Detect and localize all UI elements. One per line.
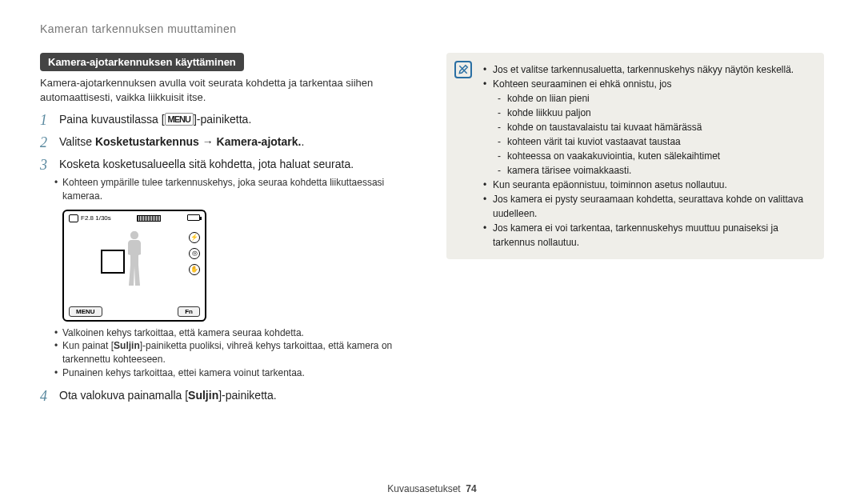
step-number: 2 — [40, 134, 51, 150]
histogram-icon — [137, 215, 161, 222]
step-number: 3 — [40, 157, 51, 173]
step-4: 4 Ota valokuva painamalla [Suljin]-paini… — [40, 388, 418, 404]
list-item: Kohteen ympärille tulee tarkennuskehys, … — [62, 176, 418, 203]
page-header: Kameran tarkennuksen muuttaminen — [40, 22, 824, 35]
list-item: Jos kamera ei pysty seuraamaan kohdetta,… — [483, 192, 813, 221]
step-text: Valitse Kosketustarkennus → Kamera-ajota… — [59, 134, 304, 150]
stabilize-icon: ✋ — [189, 264, 200, 275]
content-columns: Kamera-ajotarkennuksen käyttäminen Kamer… — [40, 53, 824, 404]
step-4-post: ]-painiketta. — [218, 389, 276, 402]
intro-text: Kamera-ajotarkennuksen avulla voit seura… — [40, 76, 418, 104]
left-column: Kamera-ajotarkennuksen käyttäminen Kamer… — [40, 53, 418, 404]
step-text: Ota valokuva painamalla [Suljin]-painike… — [59, 388, 277, 404]
list-item: kamera tärisee voimakkaasti. — [498, 163, 813, 178]
focus-box-icon — [101, 250, 125, 274]
note-box: Jos et valitse tarkennusaluetta, tarkenn… — [446, 53, 824, 259]
note-sublist: kohde on liian pieni kohde liikkuu paljo… — [498, 91, 813, 178]
camera-topbar: F2.8 1/30s — [69, 214, 200, 222]
camera-preview: F2.8 1/30s ⚡ ◎ ✋ MENU Fn — [62, 210, 206, 322]
section-title: Kamera-ajotarkennuksen käyttäminen — [40, 53, 244, 71]
list-item: kohde on liian pieni — [498, 91, 813, 106]
note-list: Jos et valitse tarkennusaluetta, tarkenn… — [483, 62, 813, 250]
step-1-post: ]-painiketta. — [194, 113, 251, 126]
fn-b-pre: Kun painat [ — [62, 340, 114, 351]
step-3: 3 Kosketa kosketusalueella sitä kohdetta… — [40, 157, 418, 173]
fn-b-bold: Suljin — [114, 340, 140, 351]
cam-topbar-left: F2.8 1/30s — [69, 214, 111, 222]
flash-icon: ⚡ — [189, 232, 200, 243]
list-item: kohteessa on vaakakuviointia, kuten säle… — [498, 149, 813, 163]
step-2-bold1: Kosketustarkennus — [95, 135, 199, 148]
step-1: 1 Paina kuvaustilassa [MENU]-painiketta. — [40, 112, 418, 128]
list-item: kohde on taustavalaistu tai kuvaat hämär… — [498, 120, 813, 134]
list-item: Kun seuranta epäonnistuu, toiminnon aset… — [483, 178, 813, 192]
frame-notes-list: Valkoinen kehys tarkoittaa, että kamera … — [62, 326, 418, 380]
camera-menu-button[interactable]: MENU — [69, 306, 102, 317]
list-item: Kun painat [Suljin]-painiketta puoliksi,… — [62, 339, 418, 366]
arrow-icon: → — [199, 135, 217, 148]
camera-fn-button[interactable]: Fn — [178, 306, 200, 317]
list-item: Kohteen seuraaminen ei ehkä onnistu, jos… — [483, 77, 813, 178]
list-item: Jos et valitse tarkennusaluetta, tarkenn… — [483, 62, 813, 77]
footer-label: Kuvausasetukset — [387, 483, 460, 494]
camera-side-icons: ⚡ ◎ ✋ — [189, 232, 200, 275]
step-2-post: . — [301, 135, 304, 148]
page-number: 74 — [466, 483, 476, 494]
step-number: 4 — [40, 388, 51, 404]
step-1-pre: Paina kuvaustilassa [ — [59, 113, 165, 126]
step-4-pre: Ota valokuva painamalla [ — [59, 389, 188, 402]
camera-bottom-bar: MENU Fn — [69, 306, 200, 317]
target-icon: ◎ — [189, 248, 200, 259]
list-item: kohteen värit tai kuviot vastaavat taust… — [498, 134, 813, 149]
person-silhouette-icon — [122, 231, 146, 287]
step-4-bold: Suljin — [188, 389, 218, 402]
step-2: 2 Valitse Kosketustarkennus → Kamera-ajo… — [40, 134, 418, 150]
note-icon — [454, 61, 472, 78]
page-footer: Kuvausasetukset 74 — [0, 483, 864, 494]
list-item: kohde liikkuu paljon — [498, 106, 813, 120]
right-column: Jos et valitse tarkennusaluetta, tarkenn… — [446, 53, 824, 404]
note-l2-text: Kohteen seuraaminen ei ehkä onnistu, jos — [493, 78, 671, 90]
step-number: 1 — [40, 112, 51, 128]
menu-icon: MENU — [165, 113, 194, 126]
camera-fstop: F2.8 1/30s — [81, 214, 111, 222]
cam-topbar-right — [187, 214, 200, 222]
list-item: Valkoinen kehys tarkoittaa, että kamera … — [62, 326, 418, 340]
step-3-sublist: Kohteen ympärille tulee tarkennuskehys, … — [62, 176, 418, 203]
list-item: Punainen kehys tarkoittaa, ettei kamera … — [62, 366, 418, 380]
battery-icon — [187, 214, 200, 221]
step-text: Paina kuvaustilassa [MENU]-painiketta. — [59, 112, 251, 128]
step-2-bold2: Kamera-ajotark. — [217, 135, 302, 148]
step-text: Kosketa kosketusalueella sitä kohdetta, … — [59, 157, 354, 173]
mode-icon — [69, 214, 78, 222]
list-item: Jos kamera ei voi tarkentaa, tarkennuske… — [483, 221, 813, 250]
step-2-pre: Valitse — [59, 135, 95, 148]
